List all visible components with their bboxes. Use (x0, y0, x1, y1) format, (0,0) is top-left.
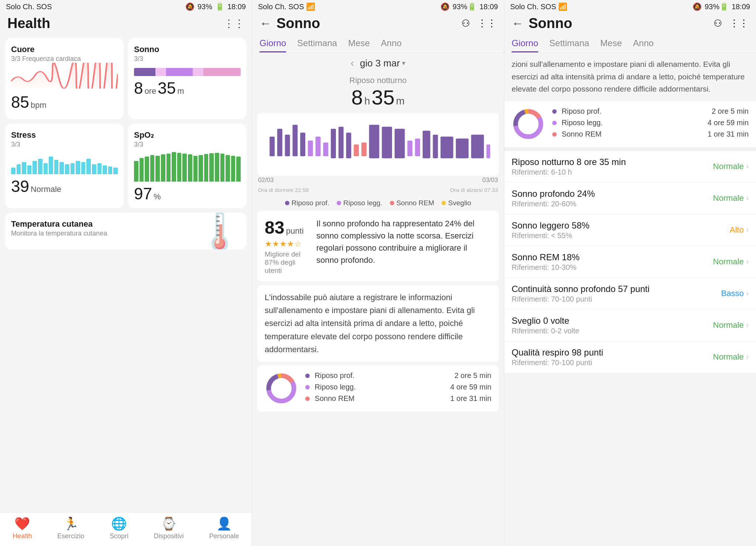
svg-rect-23 (487, 144, 490, 158)
nav-scopri[interactable]: 🌐 Scopri (110, 516, 128, 540)
sonno-card[interactable]: Sonno 3/3 8 ore 35 m (128, 38, 247, 119)
sleep-unit-m-2: m (396, 95, 405, 107)
back-button-3[interactable]: ← (512, 17, 523, 30)
spo2-label: SpO₂ (134, 130, 241, 140)
health-menu[interactable]: ⋮⋮ (224, 17, 244, 30)
time-3: 18:09 (732, 3, 750, 11)
temperatura-card[interactable]: Temperatura cutanea Monitora la temperat… (5, 213, 247, 250)
menu-icon-2[interactable]: ⋮⋮ (477, 18, 496, 29)
donut-item-legg-3: Riposo legg. 4 ore 59 min (552, 119, 749, 127)
stat-status-3: Normale (713, 257, 744, 267)
score-left-2: 83 punti ★★★★☆ Migliore del 87% degli ut… (265, 217, 309, 275)
donut-dot-prof-2 (305, 374, 310, 378)
cuore-card[interactable]: Cuore 3/3 Frequenza cardiaca 85 bpm (5, 38, 124, 119)
sonno-tabs-2: Giorno Settimana Mese Anno (252, 34, 504, 53)
stress-bar-item (86, 159, 91, 174)
timeline-labels-2: 02/03 03/03 (252, 176, 504, 187)
stat-row-left-2: Sonno leggero 58% Riferimenti: < 55% (512, 220, 590, 240)
score-card-2: 83 punti ★★★★☆ Migliore del 87% degli ut… (257, 211, 499, 281)
spo2-bar-item (145, 157, 149, 182)
spo2-unit: % (154, 192, 161, 202)
spo2-bar-item (166, 154, 171, 182)
health-content: Cuore 3/3 Frequenza cardiaca 85 bpm (0, 34, 252, 512)
dispositivi-nav-icon: ⌚ (161, 516, 176, 531)
stat-row-right-2: Alto › (730, 225, 749, 235)
chevron-4: › (746, 289, 749, 298)
stat-status-6: Normale (713, 352, 744, 362)
nav-personale[interactable]: 👤 Personale (209, 516, 239, 540)
svg-rect-9 (339, 127, 344, 158)
nav-esercizio[interactable]: 🏃 Esercizio (57, 516, 84, 540)
donut-item-rem-3: Sonno REM 1 ore 31 min (552, 130, 749, 138)
back-button-2[interactable]: ← (260, 17, 271, 30)
route-icon-3[interactable]: ⚇ (714, 18, 722, 29)
stat-row-right-5: Normale › (713, 320, 749, 330)
donut-label-prof-3: Riposo prof. (562, 107, 602, 115)
donut-item-legg-2: Riposo legg. 4 ore 59 min (305, 383, 491, 391)
sonno-tabs-3: Giorno Settimana Mese Anno (504, 34, 756, 53)
route-icon-2[interactable]: ⚇ (461, 18, 470, 29)
stat-row-5[interactable]: Sveglio 0 volte Riferimenti: 0-2 volte N… (504, 310, 756, 341)
donut-legend-3: Riposo prof. 2 ore 5 min Riposo legg. 4 … (552, 107, 749, 141)
tab-mese-2[interactable]: Mese (348, 34, 370, 52)
donut-val-prof-3: 2 ore 5 min (712, 107, 749, 116)
svg-rect-1 (277, 129, 282, 157)
stats-scroll-3: zioni sull'allenamento e impostare piani… (504, 53, 756, 546)
status-bar-2: Solo Ch. SOS 📶 🔕 93%🔋 18:09 (252, 0, 504, 13)
stat-row-3[interactable]: Sonno REM 18% Riferimenti: 10-30% Normal… (504, 246, 756, 278)
stress-bars (11, 152, 118, 174)
prev-date-2[interactable]: ‹ (351, 57, 354, 69)
stat-row-left-1: Sonno profondo 24% Riferimenti: 20-60% (512, 189, 595, 208)
stat-row-4[interactable]: Continuità sonno profondo 57 punti Rifer… (504, 278, 756, 310)
stress-card[interactable]: Stress 3/3 (5, 124, 124, 208)
tab-settimana-3[interactable]: Settimana (549, 34, 589, 52)
svg-rect-4 (300, 133, 305, 156)
spo2-card[interactable]: SpO₂ 3/3 (128, 124, 247, 208)
nav-dispositivi[interactable]: ⌚ Dispositivi (154, 516, 184, 540)
tab-giorno-2[interactable]: Giorno (260, 34, 286, 52)
tab-anno-3[interactable]: Anno (633, 34, 654, 52)
menu-icon-3[interactable]: ⋮⋮ (729, 18, 749, 29)
tab-mese-3[interactable]: Mese (600, 34, 622, 52)
stat-row-1[interactable]: Sonno profondo 24% Riferimenti: 20-60% N… (504, 183, 756, 214)
svg-rect-21 (456, 138, 469, 158)
legend-label-prof-2: Riposo prof. (292, 199, 329, 207)
stat-title-6: Qualità respiro 98 punti (512, 347, 603, 358)
donut-val-rem-3: 1 ore 31 min (708, 130, 749, 138)
temperatura-text: Temperatura cutanea Monitora la temperat… (11, 219, 107, 237)
spo2-bar-item (150, 155, 155, 182)
thermometer-icon: 🌡️ (197, 213, 243, 250)
mute-2: 🔕 (440, 2, 450, 11)
spo2-bar-item (155, 156, 160, 182)
carrier-1: Solo Ch. SOS (6, 3, 52, 11)
donut-dot-rem-2 (305, 396, 310, 401)
spo2-value: 97 (134, 185, 152, 203)
tab-anno-2[interactable]: Anno (381, 34, 402, 52)
stat-row-left-4: Continuità sonno profondo 57 punti Rifer… (512, 284, 650, 303)
tab-settimana-2[interactable]: Settimana (297, 34, 337, 52)
battery-icon-1: 🔋 (215, 2, 224, 11)
stress-bar-item (59, 162, 64, 174)
tab-giorno-3[interactable]: Giorno (512, 34, 538, 52)
stress-bar-item (65, 164, 69, 174)
donut-item-rem-2: Sonno REM 1 ore 31 min (305, 394, 491, 403)
info-block-3: zioni sull'allenamento e impostare piani… (504, 53, 756, 101)
legend-dot-legg-2 (337, 201, 341, 205)
sleep-bar (134, 68, 241, 76)
sleep-legend-2: Riposo prof. Riposo legg. Sonno REM Sveg… (252, 195, 504, 211)
stat-row-6[interactable]: Qualità respiro 98 punti Riferimenti: 70… (504, 341, 756, 373)
info-text-2: L'indossabile può aiutare a registrare l… (257, 285, 499, 362)
legend-dot-rem-2 (390, 201, 394, 205)
donut-label-prof-2: Riposo prof. (315, 371, 355, 380)
svg-rect-17 (415, 138, 420, 156)
stat-row-0[interactable]: Riposo notturno 8 ore 35 min Riferimenti… (504, 151, 756, 183)
sonno-top-bar: ← Sonno ⚇ ⋮⋮ (252, 13, 504, 34)
scopri-nav-icon: 🌐 (111, 516, 127, 531)
stat-row-2[interactable]: Sonno leggero 58% Riferimenti: < 55% Alt… (504, 214, 756, 246)
nav-health[interactable]: ❤️ Health (13, 516, 32, 540)
status-bar-3: Solo Ch. SOS 📶 🔕 93%🔋 18:09 (504, 0, 756, 13)
date-nav-2: ‹ gio 3 mar ▾ (252, 53, 504, 73)
sonno-value-row: 8 ore 35 m (134, 79, 241, 97)
carrier-3: Solo Ch. SOS 📶 (510, 2, 567, 11)
time-end-sub-2: Ora di alzarsi 07:33 (450, 187, 498, 193)
